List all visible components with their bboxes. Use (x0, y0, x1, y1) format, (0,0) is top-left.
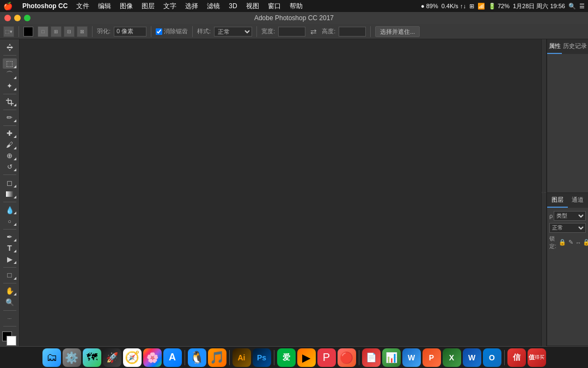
intersect-selection-btn[interactable]: ⊠ (77, 26, 88, 37)
tab-layers[interactable]: 图层 (547, 193, 568, 208)
notification-icon[interactable]: ☰ (579, 3, 585, 10)
dock-browser[interactable]: 🔴 (338, 348, 356, 367)
swap-dimensions-icon[interactable]: ⇄ (309, 27, 318, 37)
height-input[interactable] (339, 27, 366, 37)
menu-help[interactable]: 帮助 (285, 2, 307, 11)
dock-ppt[interactable]: P (422, 348, 441, 367)
heal-tool[interactable]: ✚ (3, 129, 17, 138)
pen-tool[interactable]: ✒ (3, 232, 17, 242)
dock-safari[interactable]: 🧭 (123, 348, 142, 367)
dock-qq[interactable]: 🐧 (188, 348, 206, 367)
antialias-checkbox[interactable] (156, 28, 162, 35)
dock-photos[interactable]: 🌸 (143, 348, 162, 367)
dock-launchpad[interactable]: 🚀 (103, 348, 121, 367)
search-icon[interactable]: 🔍 (568, 3, 576, 10)
history-brush-tool[interactable]: ↺ (3, 162, 17, 172)
shape-tool[interactable]: □ (3, 270, 17, 280)
layer-type-select[interactable]: 类型 (554, 211, 586, 221)
dock-word[interactable]: W (463, 348, 481, 367)
gradient-tool[interactable] (3, 189, 17, 199)
tab-channels[interactable]: 通道 (568, 193, 589, 208)
menu-edit[interactable]: 编辑 (94, 2, 115, 11)
lock-paint-icon[interactable]: ✎ (568, 239, 573, 246)
lock-move-icon[interactable]: ↔ (575, 239, 581, 246)
background-color[interactable] (7, 336, 16, 346)
menu-3d[interactable]: 3D (224, 2, 241, 10)
dock-wps-file[interactable]: 📄 (362, 348, 381, 367)
tool-separator (3, 110, 16, 110)
menu-window[interactable]: 窗口 (264, 2, 285, 11)
lock-row: 锁定: 🔒 ✎ ↔ 🔐 (549, 235, 586, 250)
dock-smzdm[interactable]: 值 得买 (528, 348, 546, 367)
brush-tool[interactable]: 🖌 (3, 140, 17, 149)
menu-layer[interactable]: 图层 (137, 2, 159, 11)
tool-preset-picker[interactable]: ⬚▾ (3, 26, 14, 37)
menu-image[interactable]: 图像 (115, 2, 137, 11)
tab-history[interactable]: 历史记录 (562, 39, 588, 54)
app-name[interactable]: Photoshop CC (18, 2, 72, 10)
crop-tool[interactable] (3, 96, 17, 106)
tab-properties[interactable]: 属性 (547, 39, 562, 54)
tool-separator (3, 229, 16, 230)
move-tool[interactable] (3, 43, 17, 52)
eraser-tool[interactable]: ◻ (3, 178, 17, 188)
new-selection-btn[interactable]: □ (38, 26, 48, 37)
eyedropper-tool[interactable]: ✏ (3, 112, 17, 122)
hand-tool[interactable]: ✋ (3, 286, 17, 296)
menu-text[interactable]: 文字 (159, 2, 181, 11)
subtract-selection-btn[interactable]: ⊟ (64, 26, 75, 37)
lasso-tool[interactable]: ⌒ (3, 70, 17, 80)
menu-view[interactable]: 视图 (242, 2, 264, 11)
marquee-tool[interactable]: ⬚ (3, 58, 17, 68)
add-selection-btn[interactable]: ⊞ (51, 26, 62, 37)
width-label: 宽度: (261, 27, 275, 35)
dock-finder[interactable]: 🗂 (42, 348, 61, 367)
panel-resize-handle[interactable]: ⋮ (541, 39, 547, 346)
dock-system-prefs[interactable]: ⚙️ (63, 348, 81, 367)
menu-select[interactable]: 选择 (181, 2, 203, 11)
fg-color-swatch[interactable] (23, 27, 33, 37)
dock-music[interactable]: 🎵 (208, 348, 226, 367)
blend-mode-select[interactable]: 正常 (549, 223, 586, 233)
dock-pps[interactable]: P (317, 348, 336, 367)
more-tools-btn[interactable]: ··· (3, 313, 17, 323)
blend-mode-row: 正常 (549, 223, 586, 233)
dock-ai[interactable]: Ai (232, 348, 251, 367)
tool-separator (3, 202, 16, 202)
dock-excel[interactable]: X (443, 348, 461, 367)
dock-appstore[interactable]: A (163, 348, 182, 367)
blur-tool[interactable]: 💧 (3, 205, 17, 215)
type-tool[interactable]: T (3, 243, 17, 253)
dock-charts[interactable]: 📊 (382, 348, 401, 367)
menu-file[interactable]: 文件 (72, 2, 94, 11)
menu-filter[interactable]: 滤镜 (203, 2, 224, 11)
window-title: Adobe Photoshop CC 2017 (254, 14, 334, 22)
dock-taobao-trust[interactable]: 信 (507, 348, 526, 367)
select-subject-button[interactable]: 选择并遮住... (375, 26, 420, 37)
lock-all-icon[interactable]: 🔐 (584, 239, 588, 246)
dock-ps[interactable]: Ps (253, 348, 271, 367)
dock-iqiyi[interactable]: 爱 (277, 348, 296, 367)
style-select[interactable]: 正常 固定比例 固定大小 (214, 27, 252, 37)
separator (192, 26, 193, 37)
lock-pixels-icon[interactable]: 🔒 (559, 239, 566, 246)
width-input[interactable] (278, 27, 305, 37)
maximize-button[interactable] (24, 15, 30, 21)
stamp-tool[interactable]: ⊕ (3, 151, 17, 161)
zoom-tool[interactable]: 🔍 (3, 297, 17, 307)
feather-input[interactable] (114, 27, 146, 37)
canvas-area[interactable] (20, 39, 541, 346)
svg-rect-5 (6, 191, 14, 197)
apple-menu[interactable]: 🍎 (3, 2, 13, 10)
dodge-tool[interactable]: ○ (3, 216, 17, 226)
dock-potplayer[interactable]: ▶ (297, 348, 316, 367)
dock-outlook[interactable]: O (483, 348, 501, 367)
color-swatches[interactable] (2, 331, 17, 343)
resize-dots: ⋮ (541, 190, 547, 196)
close-button[interactable] (4, 15, 11, 21)
quick-select-tool[interactable]: ✦ (3, 81, 17, 91)
path-select-tool[interactable]: ▶ (3, 254, 17, 264)
dock-maps[interactable]: 🗺 (83, 348, 101, 367)
dock-wps-doc[interactable]: W (402, 348, 421, 367)
minimize-button[interactable] (14, 15, 21, 21)
